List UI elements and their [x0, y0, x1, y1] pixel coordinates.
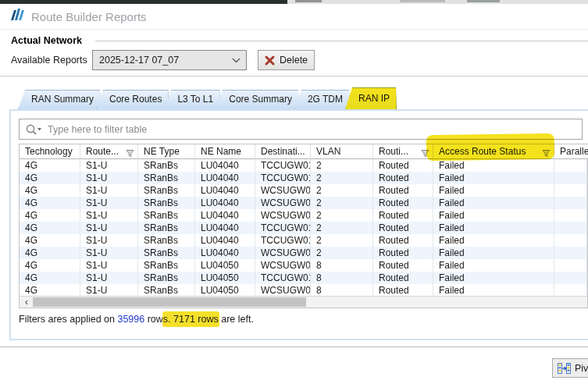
- status-prefix: Filters ares applied on: [19, 314, 117, 325]
- status-middle: row: [144, 314, 163, 325]
- table-header-row: TechnologyRoute...NE TypeNE NameDestinat…: [20, 144, 587, 159]
- table-cell: SRanBs: [138, 159, 195, 172]
- table-cell: S1-U: [80, 284, 138, 297]
- column-header-vlan[interactable]: VLAN: [311, 144, 373, 159]
- table-row[interactable]: 4GS1-USRanBsLU04040TCCUGW012RoutedFailed: [20, 222, 587, 234]
- table-cell: LU04040: [195, 197, 255, 209]
- table-cell: LU04040: [195, 184, 255, 197]
- bottom-divider: [0, 347, 588, 347]
- table-cell: S1-U: [80, 234, 138, 247]
- table-cell: Failed: [433, 272, 554, 284]
- table-cell: Failed: [433, 159, 554, 172]
- background-window-dark-bar: [0, 0, 287, 4]
- column-header-label: NE Name: [201, 146, 241, 157]
- table-cell: Routed: [373, 172, 433, 184]
- table-cell: 4G: [20, 184, 80, 197]
- column-header-label: Routi...: [379, 146, 408, 157]
- table-cell: 2: [311, 234, 373, 247]
- table-row[interactable]: 4GS1-USRanBsLU04040TCCUGW012RoutedFailed: [20, 234, 587, 247]
- table-row[interactable]: 4GS1-USRanBsLU04040WCSUGW012RoutedFailed: [20, 247, 587, 259]
- table-row[interactable]: 4GS1-USRanBsLU04040TCCUGW012RoutedFailed: [20, 159, 587, 172]
- table-cell: 4G: [20, 172, 80, 184]
- table-cell: S1-U: [80, 197, 138, 209]
- column-header-technology[interactable]: Technology: [20, 144, 80, 159]
- table-row[interactable]: 4GS1-USRanBsLU04040WCSUGW012RoutedFailed: [20, 209, 587, 222]
- table-cell: WCSUGW01: [255, 184, 311, 197]
- table-cell: Routed: [373, 259, 433, 272]
- table-cell: Failed: [433, 172, 554, 184]
- table-cell: 8: [311, 272, 373, 284]
- table-cell: SRanBs: [138, 197, 195, 209]
- tab-label: Core Summary: [229, 94, 292, 105]
- background-window-fragment: [400, 0, 445, 2]
- tab-ran-summary[interactable]: RAN Summary: [18, 90, 101, 109]
- available-reports-dropdown[interactable]: 2025-12-17 07_07: [92, 50, 247, 70]
- delete-button-label: Delete: [280, 55, 308, 66]
- table-cell: [554, 159, 587, 172]
- table-row[interactable]: 4GS1-USRanBsLU04050TCCUGW018RoutedFailed: [20, 272, 587, 284]
- table-row[interactable]: 4GS1-USRanBsLU04040TCCUGW012RoutedFailed: [20, 172, 587, 184]
- scroll-left-arrow-icon[interactable]: ‹: [21, 297, 32, 308]
- table-cell: [554, 184, 587, 197]
- tab-l3-to-l1[interactable]: L3 To L1: [164, 90, 220, 109]
- table-row[interactable]: 4GS1-USRanBsLU04040WCSUGW012RoutedFailed: [20, 197, 587, 209]
- table-cell: TCCUGW01: [255, 159, 311, 172]
- actual-network-group-label: Actual Network: [11, 35, 82, 46]
- tab-ran-ip[interactable]: RAN IP: [345, 87, 397, 109]
- column-header-ne-type[interactable]: NE Type: [138, 144, 195, 159]
- table-cell: [554, 284, 587, 297]
- table-cell: LU04040: [195, 222, 255, 234]
- column-header-routi[interactable]: Routi...: [373, 144, 433, 159]
- route-builder-reports-window: Route Builder Reports Actual Network Ava…: [0, 0, 588, 384]
- table-cell: SRanBs: [138, 284, 195, 297]
- column-header-paralle[interactable]: Paralle: [554, 144, 588, 159]
- table-cell: Routed: [373, 272, 433, 284]
- table-cell: Failed: [433, 209, 554, 222]
- table-cell: 2: [311, 222, 373, 234]
- table-cell: Routed: [373, 234, 433, 247]
- table-cell: [554, 172, 587, 184]
- horizontal-scrollbar[interactable]: ‹: [20, 296, 587, 308]
- table-cell: Failed: [433, 234, 554, 247]
- total-row-count: 35996: [117, 314, 144, 325]
- funnel-filter-icon[interactable]: [126, 148, 134, 162]
- selected-report-value: 2025-12-17 07_07: [99, 55, 179, 66]
- column-header-route[interactable]: Route...: [80, 144, 138, 159]
- column-header-label: NE Type: [144, 146, 180, 157]
- table-cell: SRanBs: [138, 184, 195, 197]
- tab-2g-tdm[interactable]: 2G TDM: [294, 90, 350, 109]
- table-cell: 2: [311, 184, 373, 197]
- table-filter-container: [19, 119, 583, 140]
- groupbox-line: [95, 41, 588, 41]
- table-row[interactable]: 4GS1-USRanBsLU04050WCSUGW018RoutedFailed: [20, 284, 587, 297]
- table-cell: Failed: [433, 184, 554, 197]
- column-header-label: Destinati...: [261, 146, 305, 157]
- table-cell: 2: [311, 159, 373, 172]
- table-cell: Routed: [373, 222, 433, 234]
- column-header-ne-name[interactable]: NE Name: [195, 144, 255, 159]
- delete-report-button[interactable]: Delete: [258, 50, 315, 70]
- funnel-filter-icon[interactable]: [421, 148, 429, 162]
- table-cell: 4G: [20, 222, 80, 234]
- table-cell: LU04040: [195, 172, 255, 184]
- table-cell: 2: [311, 247, 373, 259]
- table-body: 4GS1-USRanBsLU04040TCCUGW012RoutedFailed…: [20, 159, 587, 297]
- table-cell: [554, 234, 587, 247]
- table-cell: 4G: [20, 209, 80, 222]
- table-row[interactable]: 4GS1-USRanBsLU04040WCSUGW012RoutedFailed: [20, 184, 587, 197]
- routes-table: TechnologyRoute...NE TypeNE NameDestinat…: [19, 144, 588, 308]
- table-cell: Routed: [373, 284, 433, 297]
- window-title: Route Builder Reports: [31, 10, 147, 23]
- table-cell: WCSUGW01: [255, 284, 311, 297]
- funnel-filter-icon[interactable]: [542, 148, 551, 162]
- scrollbar-thumb[interactable]: [33, 297, 306, 307]
- tab-core-routes[interactable]: Core Routes: [96, 90, 169, 109]
- column-header-destinati[interactable]: Destinati...: [255, 144, 311, 159]
- table-cell: 4G: [20, 234, 80, 247]
- tab-core-summary[interactable]: Core Summary: [216, 90, 299, 109]
- filter-input[interactable]: [20, 119, 582, 139]
- column-header-access-route-status[interactable]: Access Route Status: [433, 144, 554, 159]
- table-cell: 2: [311, 197, 373, 209]
- table-row[interactable]: 4GS1-USRanBsLU04050WCSUGW018RoutedFailed: [20, 259, 587, 272]
- pivot-button[interactable]: Piv: [552, 358, 588, 378]
